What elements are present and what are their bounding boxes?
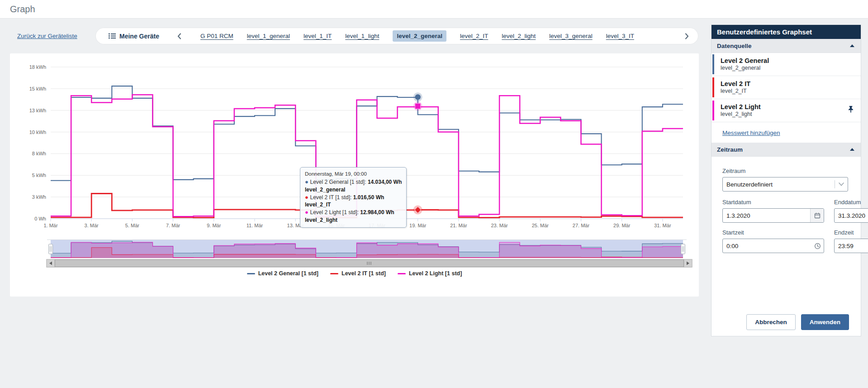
cancel-button[interactable]: Abbrechen — [746, 314, 796, 330]
chart-tooltip: Donnerstag, Mär 19, 00:00 ● Level 2 Gene… — [300, 167, 407, 228]
tab-level_2_general[interactable]: level_2_general — [393, 30, 446, 42]
x-axis-label: 29. Mär — [613, 223, 631, 228]
x-axis-label: 3. Mär — [85, 223, 99, 228]
my-devices-button[interactable]: Meine Geräte — [109, 33, 159, 40]
datasource-section-title: Datenquelle — [717, 43, 752, 49]
x-axis-label: 1. Mär — [43, 223, 58, 228]
tooltip-row: ● Level 2 General [1 std]: 14.034,00 Whl… — [305, 178, 402, 193]
x-axis-label: 21. Mär — [450, 223, 467, 228]
legend-label: Level 2 Light [1 std] — [409, 270, 462, 277]
timerange-select-label: Zeitraum — [722, 168, 848, 174]
starttime-field — [722, 239, 824, 253]
x-axis-label: 9. Mär — [207, 223, 221, 228]
timerange-section-title: Zeitraum — [717, 146, 743, 153]
tooltip-title: Donnerstag, Mär 19, 00:00 — [305, 171, 402, 177]
enddate-field — [834, 208, 868, 223]
panel-title: Benutzerdefiniertes Graphset — [711, 25, 861, 39]
tabs-scroll-right[interactable] — [685, 33, 689, 39]
endtime-input[interactable] — [835, 243, 868, 249]
add-measurement-link[interactable]: Messwert hinzufügen — [722, 129, 780, 136]
tabs-scroll-left[interactable] — [177, 33, 181, 39]
list-icon — [109, 33, 116, 39]
endtime-field — [834, 239, 868, 253]
timerange-select[interactable]: Benutzerdefiniert — [722, 177, 848, 192]
tab-level_1_light[interactable]: level_1_light — [345, 33, 379, 39]
x-axis-label: 11. Mär — [247, 223, 263, 228]
endtime-label: Endzeit — [834, 229, 868, 236]
collapse-caret-icon — [850, 44, 854, 47]
starttime-input[interactable] — [723, 243, 811, 249]
startdate-calendar-button[interactable] — [810, 209, 824, 222]
startdate-input[interactable] — [723, 212, 810, 219]
chevron-left-icon — [177, 33, 181, 39]
chevron-down-icon — [839, 182, 844, 186]
y-axis-label: 18 kWh — [29, 64, 46, 70]
chart-card: 0 Wh3 kWh5 kWh8 kWh10 kWh13 kWh15 kWh18 … — [10, 53, 699, 297]
datasource-section-header[interactable]: Datenquelle — [711, 39, 861, 53]
marker-light-square[interactable] — [415, 103, 421, 109]
tab-level_3_IT[interactable]: level_3_IT — [606, 33, 634, 39]
datasource-item-title: Level 2 General — [721, 57, 769, 65]
enddate-label: Enddatum — [834, 199, 868, 206]
x-axis-label: 19. Mär — [409, 223, 427, 228]
navigator-handle-left[interactable] — [49, 244, 53, 254]
chart-scrollbar — [47, 259, 692, 267]
x-axis-label: 7. Mär — [166, 223, 180, 228]
series-color-bar — [712, 101, 714, 120]
graphset-panel: Benutzerdefiniertes Graphset Datenquelle… — [711, 25, 861, 336]
startdate-label: Startdatum — [722, 199, 824, 206]
clock-icon — [814, 243, 821, 249]
datasource-item-title: Level 2 Light — [721, 103, 761, 111]
x-axis-label: 31. Mär — [654, 223, 671, 228]
tab-level_2_IT[interactable]: level_2_IT — [460, 33, 488, 39]
datasource-item-sub: level_2_light — [721, 111, 761, 118]
marker-general-circle[interactable] — [415, 94, 421, 100]
series-color-bar — [712, 77, 714, 97]
y-axis-label: 0 Wh — [34, 216, 46, 221]
starttime-clock-button[interactable] — [811, 243, 824, 249]
tab-level_1_IT[interactable]: level_1_IT — [304, 33, 332, 39]
tab-G-P01-RCM[interactable]: G P01 RCM — [200, 33, 233, 39]
x-axis-label: 5. Mär — [125, 223, 140, 228]
datasource-item-level_2_general[interactable]: Level 2 General level_2_general — [711, 53, 861, 76]
startdate-field — [722, 208, 824, 223]
y-axis-label: 3 kWh — [32, 194, 46, 200]
back-to-device-list-link[interactable]: Zurück zur Geräteliste — [17, 33, 77, 39]
chart-legend: Level 2 General [1 std]Level 2 IT [1 std… — [10, 270, 699, 277]
tooltip-row: ● Level 2 Light [1 std]: 12.984,00 Whlev… — [305, 208, 402, 223]
y-axis-label: 10 kWh — [29, 129, 46, 135]
device-tabs: G P01 RCMlevel_1_generallevel_1_ITlevel_… — [200, 30, 634, 42]
datasource-item-sub: level_2_IT — [721, 88, 750, 95]
timerange-section-header[interactable]: Zeitraum — [711, 143, 861, 157]
tab-level_2_light[interactable]: level_2_light — [502, 33, 536, 39]
legend-swatch — [330, 273, 338, 274]
timerange-form: Zeitraum Benutzerdefiniert Startdatum — [711, 157, 861, 253]
datasource-item-level_2_IT[interactable]: Level 2 IT level_2_IT — [711, 76, 861, 99]
tab-level_3_general[interactable]: level_3_general — [549, 33, 592, 39]
legend-item[interactable]: Level 2 General [1 std] — [247, 270, 318, 277]
legend-item[interactable]: Level 2 Light [1 std] — [398, 270, 462, 277]
my-devices-label: Meine Geräte — [119, 33, 159, 40]
enddate-input[interactable] — [835, 212, 868, 219]
navigator — [47, 240, 687, 259]
pin-icon[interactable] — [847, 105, 854, 113]
page-title: Graph — [10, 4, 35, 14]
x-axis-label: 25. Mär — [532, 223, 549, 228]
calendar-icon — [814, 212, 821, 219]
datasource-list: Level 2 General level_2_general Level 2 … — [711, 53, 861, 122]
y-axis-label: 8 kWh — [32, 151, 46, 156]
legend-label: Level 2 IT [1 std] — [342, 270, 386, 277]
legend-swatch — [398, 273, 406, 274]
legend-item[interactable]: Level 2 IT [1 std] — [330, 270, 386, 277]
datasource-item-level_2_light[interactable]: Level 2 Light level_2_light — [711, 99, 861, 122]
apply-button[interactable]: Anwenden — [801, 314, 849, 330]
series-color-bar — [712, 54, 714, 74]
collapse-caret-icon — [850, 148, 854, 151]
chevron-right-icon — [685, 33, 689, 39]
y-axis-label: 13 kWh — [29, 108, 46, 113]
datasource-item-sub: level_2_general — [721, 65, 769, 72]
tab-level_1_general[interactable]: level_1_general — [247, 33, 290, 39]
navigator-handle-right[interactable] — [681, 244, 685, 254]
top-bar: Graph — [0, 0, 868, 19]
legend-swatch — [247, 273, 255, 274]
